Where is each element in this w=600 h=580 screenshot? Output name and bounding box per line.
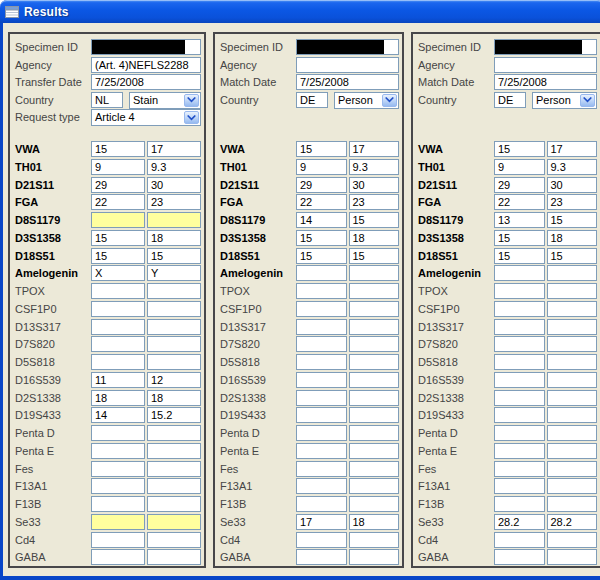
allele-2-field[interactable]: [349, 390, 400, 406]
allele-1-field[interactable]: 11: [91, 372, 145, 388]
allele-2-field[interactable]: 15.2: [147, 407, 201, 423]
dropdown-button[interactable]: [580, 94, 595, 107]
allele-1-field[interactable]: [91, 319, 145, 335]
allele-1-field[interactable]: [494, 265, 545, 281]
agency-field[interactable]: [296, 57, 399, 73]
specimen-id-field[interactable]: [494, 39, 597, 55]
allele-1-field[interactable]: [494, 478, 545, 494]
allele-2-field[interactable]: [547, 407, 598, 423]
allele-1-field[interactable]: [296, 443, 347, 459]
country-code-field[interactable]: NL: [91, 92, 123, 108]
allele-1-field[interactable]: [91, 354, 145, 370]
allele-2-field[interactable]: [349, 443, 400, 459]
allele-1-field[interactable]: [91, 212, 145, 228]
allele-2-field[interactable]: [147, 212, 201, 228]
allele-2-field[interactable]: [147, 354, 201, 370]
allele-2-field[interactable]: [547, 372, 598, 388]
allele-1-field[interactable]: [296, 283, 347, 299]
allele-2-field[interactable]: 18: [349, 230, 400, 246]
allele-2-field[interactable]: 15: [349, 212, 400, 228]
allele-2-field[interactable]: [147, 478, 201, 494]
allele-1-field[interactable]: 22: [91, 194, 145, 210]
allele-1-field[interactable]: [91, 549, 145, 565]
allele-2-field[interactable]: [147, 514, 201, 530]
allele-2-field[interactable]: [349, 372, 400, 388]
allele-2-field[interactable]: 18: [547, 230, 598, 246]
allele-1-field[interactable]: 15: [296, 230, 347, 246]
allele-1-field[interactable]: [494, 336, 545, 352]
allele-2-field[interactable]: [349, 461, 400, 477]
allele-2-field[interactable]: 23: [547, 194, 598, 210]
allele-1-field[interactable]: [296, 390, 347, 406]
match-date-field[interactable]: 7/25/2008: [494, 74, 597, 90]
allele-1-field[interactable]: [494, 372, 545, 388]
allele-1-field[interactable]: 29: [91, 177, 145, 193]
allele-1-field[interactable]: [494, 461, 545, 477]
allele-1-field[interactable]: [494, 443, 545, 459]
allele-1-field[interactable]: [494, 549, 545, 565]
country-code-field[interactable]: DE: [296, 92, 328, 108]
allele-1-field[interactable]: [494, 354, 545, 370]
allele-2-field[interactable]: [547, 265, 598, 281]
allele-2-field[interactable]: [349, 407, 400, 423]
allele-2-field[interactable]: [547, 461, 598, 477]
allele-1-field[interactable]: [91, 478, 145, 494]
agency-field[interactable]: (Art. 4)NEFLS2288: [91, 57, 201, 73]
allele-1-field[interactable]: 15: [494, 141, 545, 157]
allele-2-field[interactable]: [349, 283, 400, 299]
allele-2-field[interactable]: [349, 549, 400, 565]
allele-1-field[interactable]: 15: [494, 248, 545, 264]
allele-2-field[interactable]: 9.3: [147, 159, 201, 175]
allele-2-field[interactable]: [349, 319, 400, 335]
country-code-field[interactable]: DE: [494, 92, 526, 108]
allele-2-field[interactable]: 15: [547, 212, 598, 228]
allele-1-field[interactable]: 15: [296, 248, 347, 264]
allele-2-field[interactable]: 9.3: [349, 159, 400, 175]
allele-2-field[interactable]: 30: [547, 177, 598, 193]
allele-1-field[interactable]: [296, 549, 347, 565]
allele-2-field[interactable]: Y: [147, 265, 201, 281]
allele-2-field[interactable]: [349, 532, 400, 548]
allele-2-field[interactable]: 30: [147, 177, 201, 193]
allele-1-field[interactable]: 15: [296, 141, 347, 157]
allele-1-field[interactable]: [91, 425, 145, 441]
allele-2-field[interactable]: [547, 283, 598, 299]
allele-1-field[interactable]: 22: [296, 194, 347, 210]
allele-2-field[interactable]: [547, 354, 598, 370]
allele-2-field[interactable]: 15: [547, 248, 598, 264]
specimen-id-field[interactable]: [296, 39, 399, 55]
allele-1-field[interactable]: [296, 336, 347, 352]
allele-1-field[interactable]: [91, 283, 145, 299]
allele-2-field[interactable]: 17: [147, 141, 201, 157]
agency-field[interactable]: [494, 57, 597, 73]
specimen-id-field[interactable]: [91, 39, 201, 55]
allele-1-field[interactable]: [296, 407, 347, 423]
allele-1-field[interactable]: 15: [91, 230, 145, 246]
allele-2-field[interactable]: 28.2: [547, 514, 598, 530]
allele-1-field[interactable]: 22: [494, 194, 545, 210]
allele-2-field[interactable]: [147, 319, 201, 335]
allele-1-field[interactable]: [296, 265, 347, 281]
specimen-type-dropdown[interactable]: Person: [334, 92, 399, 109]
allele-1-field[interactable]: 29: [494, 177, 545, 193]
allele-2-field[interactable]: [547, 496, 598, 512]
allele-1-field[interactable]: [91, 514, 145, 530]
dropdown-button[interactable]: [184, 111, 199, 124]
allele-2-field[interactable]: [349, 301, 400, 317]
allele-1-field[interactable]: [494, 319, 545, 335]
allele-1-field[interactable]: [494, 496, 545, 512]
allele-1-field[interactable]: 9: [91, 159, 145, 175]
request-type-dropdown[interactable]: Article 4: [91, 109, 201, 126]
allele-1-field[interactable]: 28.2: [494, 514, 545, 530]
allele-1-field[interactable]: 15: [91, 141, 145, 157]
allele-1-field[interactable]: [91, 443, 145, 459]
allele-2-field[interactable]: [349, 425, 400, 441]
allele-1-field[interactable]: [296, 478, 347, 494]
allele-2-field[interactable]: 15: [147, 248, 201, 264]
allele-1-field[interactable]: [296, 301, 347, 317]
allele-1-field[interactable]: X: [91, 265, 145, 281]
allele-1-field[interactable]: 15: [494, 230, 545, 246]
allele-1-field[interactable]: [494, 283, 545, 299]
allele-2-field[interactable]: [547, 425, 598, 441]
allele-2-field[interactable]: 9.3: [547, 159, 598, 175]
